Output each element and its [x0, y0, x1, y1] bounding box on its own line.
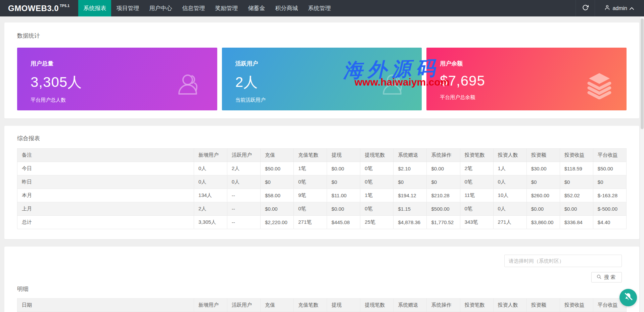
- report-panel: 综合报表 备注新增用户活跃用户充值充值笔数提现提现笔数系统赠送系统操作投资笔数投…: [4, 126, 639, 239]
- report-section-title: 综合报表: [17, 135, 627, 142]
- time-range-input[interactable]: [504, 255, 622, 267]
- nav-item-reward-management[interactable]: 奖励管理: [210, 0, 243, 16]
- column-header: 充值: [261, 299, 294, 312]
- table-cell: 0笔: [360, 202, 394, 216]
- detail-panel: 搜索 明细 日期新增用户活跃用户充值充值笔数提现提现笔数系统赠送系统操作投资笔数…: [4, 247, 639, 312]
- table-cell: $210.28: [427, 189, 460, 202]
- table-cell: $336.84: [560, 216, 593, 229]
- stat-card-active-users: 活跃用户 2人 当前活跃用户: [222, 48, 422, 110]
- column-header: 新增用户: [194, 299, 227, 312]
- table-cell: 0人: [194, 175, 227, 189]
- scrollbar-thumb[interactable]: [641, 18, 644, 129]
- table-cell: $0.00: [427, 162, 460, 175]
- table-cell: 2人: [194, 202, 227, 216]
- table-cell: 25笔: [360, 216, 394, 229]
- table-cell: $0: [261, 175, 294, 189]
- table-cell: 1人: [493, 162, 526, 175]
- table-cell: $0: [560, 175, 593, 189]
- column-header: 充值: [261, 149, 294, 162]
- table-cell: $4,878.36: [394, 216, 427, 229]
- column-header: 提现笔数: [360, 149, 394, 162]
- table-cell: $58.00: [261, 189, 294, 202]
- table-cell: $0.00: [526, 202, 560, 216]
- stat-label: 用户总量: [31, 60, 217, 67]
- table-cell: 134人: [194, 189, 227, 202]
- column-header: 投资额: [526, 149, 560, 162]
- table-cell: 总计: [17, 216, 194, 229]
- column-header: 系统操作: [427, 149, 460, 162]
- nav-item-savings[interactable]: 储蓄金: [243, 0, 270, 16]
- nav-item-project-management[interactable]: 项目管理: [111, 0, 144, 16]
- table-cell: $118.59: [560, 162, 593, 175]
- table-cell: $0: [427, 175, 460, 189]
- table-cell: $30.00: [526, 162, 560, 175]
- table-cell: $52.02: [560, 189, 593, 202]
- nav-item-points-mall[interactable]: 积分商城: [270, 0, 303, 16]
- column-header: 投资笔数: [460, 299, 493, 312]
- table-cell: $0.00: [327, 162, 360, 175]
- layers-icon: [586, 72, 613, 99]
- table-cell: $0: [327, 175, 360, 189]
- nav-item-system-reports[interactable]: 系统报表: [78, 0, 111, 16]
- column-header: 活跃用户: [227, 149, 261, 162]
- stat-label: 活跃用户: [235, 60, 422, 67]
- refresh-icon: [582, 4, 589, 12]
- table-cell: 0笔: [294, 175, 327, 189]
- table-cell: $0: [593, 175, 626, 189]
- column-header: 提现笔数: [360, 299, 394, 312]
- table-cell: --: [227, 189, 261, 202]
- table-cell: 0笔: [460, 175, 493, 189]
- table-cell: $0.00: [560, 202, 593, 216]
- detail-table: 日期新增用户活跃用户充值充值笔数提现提现笔数系统赠送系统操作投资笔数投资人数投资…: [17, 298, 627, 312]
- bell-off-icon: [624, 292, 633, 303]
- table-cell: $194.12: [394, 189, 427, 202]
- page: GMOWEB3.0TP5.1 系统报表 项目管理 用户中心 信息管理 奖励管理 …: [0, 0, 644, 312]
- column-header: 平台收益: [593, 149, 626, 162]
- table-cell: $0.00: [327, 202, 360, 216]
- table-cell: $50.00: [261, 162, 294, 175]
- search-button-row: 搜索: [17, 272, 627, 282]
- app-logo: GMOWEB3.0TP5.1: [0, 0, 78, 16]
- table-cell: 2笔: [460, 162, 493, 175]
- table-cell: 0笔: [460, 202, 493, 216]
- table-cell: --: [227, 202, 261, 216]
- column-header: 投资人数: [493, 149, 526, 162]
- table-cell: $1,770.52: [427, 216, 460, 229]
- table-row: 总计3,305人--$2,220.00271笔$445.0825笔$4,878.…: [17, 216, 627, 229]
- table-cell: $2,220.00: [261, 216, 294, 229]
- user-menu[interactable]: admin: [595, 0, 644, 16]
- refresh-button[interactable]: [576, 0, 595, 16]
- column-header: 日期: [17, 299, 194, 312]
- top-navbar: GMOWEB3.0TP5.1 系统报表 项目管理 用户中心 信息管理 奖励管理 …: [0, 0, 644, 16]
- column-header: 充值笔数: [294, 149, 327, 162]
- search-button[interactable]: 搜索: [591, 272, 622, 282]
- table-cell: 0人: [194, 162, 227, 175]
- table-cell: 上月: [17, 202, 194, 216]
- table-cell: 0笔: [294, 202, 327, 216]
- notification-mute-fab[interactable]: [619, 289, 637, 306]
- nav-item-info-management[interactable]: 信息管理: [177, 0, 210, 16]
- table-cell: 9笔: [294, 189, 327, 202]
- table-cell: 0人: [227, 175, 261, 189]
- table-cell: $260.00: [526, 189, 560, 202]
- table-header-row: 备注新增用户活跃用户充值充值笔数提现提现笔数系统赠送系统操作投资笔数投资人数投资…: [17, 149, 627, 162]
- table-cell: 昨日: [17, 175, 194, 189]
- table-cell: 271笔: [294, 216, 327, 229]
- column-header: 充值笔数: [294, 299, 327, 312]
- table-cell: 11笔: [460, 189, 493, 202]
- table-cell: 10人: [493, 189, 526, 202]
- table-cell: $-500.00: [593, 202, 626, 216]
- column-header: 投资收益: [560, 299, 593, 312]
- nav-item-system-management[interactable]: 系统管理: [303, 0, 336, 16]
- table-cell: $0: [526, 175, 560, 189]
- nav-item-user-center[interactable]: 用户中心: [144, 0, 177, 16]
- search-row: [17, 255, 627, 267]
- main-content: 数据统计 用户总量 3,305人 平台用户总人数: [0, 16, 644, 312]
- table-cell: 3,305人: [194, 216, 227, 229]
- table-cell: 0人: [493, 202, 526, 216]
- navbar-right: admin: [576, 0, 644, 16]
- detail-section-title: 明细: [17, 285, 627, 293]
- column-header: 系统操作: [427, 299, 460, 312]
- vertical-scrollbar[interactable]: [640, 16, 644, 312]
- table-cell: $50.00: [593, 162, 626, 175]
